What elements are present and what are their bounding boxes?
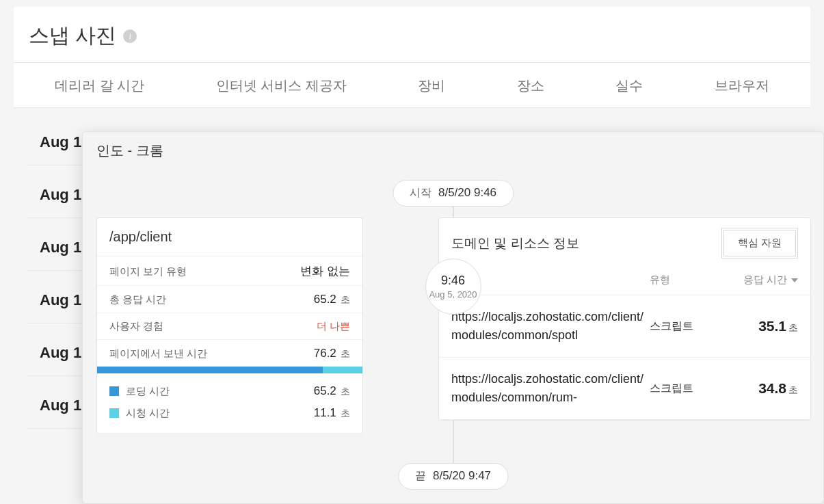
start-label: 시작 — [410, 186, 431, 200]
legend-viewing: 시청 시간 11.1 초 — [109, 402, 350, 424]
start-value: 8/5/20 9:46 — [438, 186, 496, 200]
tab-pickup-time[interactable]: 데리러 갈 시간 — [55, 77, 144, 95]
page-metrics-card: /app/client 페이지 보기 유형 변화 없는 총 응답 시간 65.2… — [96, 217, 363, 434]
end-pill: 끝 8/5/20 9:47 — [398, 463, 508, 490]
resource-response-time: 35.1초 — [728, 318, 798, 334]
tab-device[interactable]: 장비 — [418, 77, 445, 95]
node-time: 9:46 — [441, 274, 465, 288]
row-value: 더 나쁜 — [317, 320, 350, 333]
chevron-down-icon — [791, 278, 798, 282]
legend-unit: 초 — [341, 386, 350, 397]
info-icon[interactable]: i — [123, 29, 137, 43]
end-label: 끝 — [415, 469, 426, 483]
overlay-breadcrumb: 인도 - 크롬 — [83, 132, 823, 170]
tab-isp[interactable]: 인터넷 서비스 제공자 — [216, 77, 347, 95]
resource-url: https://localjs.zohostatic.com/client/mo… — [451, 308, 650, 345]
page-path-title: /app/client — [97, 218, 362, 256]
timeline-end: 끝 8/5/20 9:47 — [398, 463, 508, 490]
resources-header: 도메인 및 리소스 정보 핵심 자원 — [439, 218, 810, 268]
time-legend: 로딩 시간 65.2 초 시청 시간 11.1 초 — [97, 373, 362, 434]
col-name[interactable]: 이름 — [451, 274, 650, 287]
legend-label: 시청 시간 — [126, 407, 170, 420]
resource-type: 스크립트 — [650, 382, 728, 396]
resources-card: 도메인 및 리소스 정보 핵심 자원 이름 유형 응답 시간 https://l… — [438, 217, 811, 421]
row-label: 페이지에서 보낸 시간 — [109, 347, 207, 360]
tab-errors[interactable]: 실수 — [615, 77, 643, 95]
row-value: 65.2 — [314, 293, 336, 306]
row-unit: 초 — [341, 294, 350, 305]
resources-title: 도메인 및 리소스 정보 — [451, 235, 579, 252]
end-value: 8/5/20 9:47 — [433, 469, 491, 483]
timeline-start: 시작 8/5/20 9:46 — [393, 180, 514, 207]
page-header: 스냅 사진 i — [14, 7, 810, 63]
swatch-cyan — [109, 408, 119, 418]
time-split-bar — [97, 367, 362, 373]
row-unit: 초 — [341, 348, 350, 359]
resource-response-time: 34.8초 — [728, 380, 798, 397]
legend-loading: 로딩 시간 65.2 초 — [109, 380, 350, 402]
table-row[interactable]: https://localjs.zohostatic.com/client/mo… — [439, 358, 810, 420]
start-pill: 시작 8/5/20 9:46 — [393, 180, 514, 207]
tabs-row: 데리러 갈 시간 인터넷 서비스 제공자 장비 장소 실수 브라우저 — [14, 63, 810, 108]
node-date: Aug 5, 2020 — [429, 289, 477, 300]
main-panel: 스냅 사진 i 데리러 갈 시간 인터넷 서비스 제공자 장비 장소 실수 브라… — [14, 7, 810, 108]
swatch-blue — [109, 386, 119, 396]
row-view-type: 페이지 보기 유형 변화 없는 — [97, 256, 362, 286]
col-response-time[interactable]: 응답 시간 — [728, 274, 798, 287]
resource-url: https://localjs.zohostatic.com/client/mo… — [451, 370, 650, 407]
row-label: 페이지 보기 유형 — [109, 265, 187, 278]
core-resources-button[interactable]: 핵심 자원 — [721, 228, 798, 258]
legend-unit: 초 — [341, 408, 350, 419]
resources-columns: 이름 유형 응답 시간 — [439, 268, 810, 295]
row-value: 76.2 — [314, 347, 336, 360]
page-title: 스냅 사진 — [29, 22, 116, 50]
resource-type: 스크립트 — [650, 319, 728, 334]
row-time-on-page: 페이지에서 보낸 시간 76.2 초 — [97, 340, 362, 367]
tab-browser[interactable]: 브라우저 — [715, 77, 769, 95]
row-value: 변화 없는 — [300, 263, 350, 279]
col-type[interactable]: 유형 — [650, 274, 728, 287]
tab-location[interactable]: 장소 — [517, 77, 544, 95]
legend-value: 65.2 — [314, 384, 336, 397]
legend-label: 로딩 시간 — [126, 385, 170, 398]
session-detail-overlay: 인도 - 크롬 시작 8/5/20 9:46 9:46 Aug 5, 2020 … — [82, 131, 824, 504]
row-response-time: 총 응답 시간 65.2 초 — [97, 286, 362, 313]
row-label: 사용자 경험 — [109, 320, 163, 333]
row-label: 총 응답 시간 — [109, 293, 166, 306]
timeline-node[interactable]: 9:46 Aug 5, 2020 — [425, 258, 481, 315]
col-resp-label: 응답 시간 — [743, 274, 787, 287]
row-user-experience: 사용자 경험 더 나쁜 — [97, 313, 362, 340]
table-row[interactable]: https://localjs.zohostatic.com/client/mo… — [439, 295, 810, 358]
bar-viewing-segment — [323, 367, 362, 373]
bar-loading-segment — [97, 367, 323, 373]
legend-value: 11.1 — [314, 406, 336, 419]
